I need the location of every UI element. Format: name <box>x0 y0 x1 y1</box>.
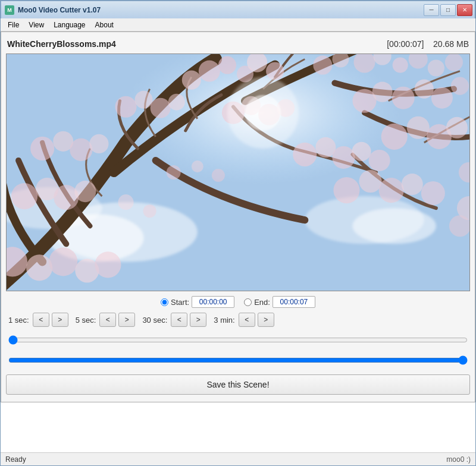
end-slider-row <box>6 352 470 369</box>
step-3min-back[interactable]: < <box>239 313 255 327</box>
svg-point-33 <box>332 146 355 169</box>
step-label-3min: 3 min: <box>214 316 234 325</box>
svg-point-34 <box>352 142 371 161</box>
start-label[interactable]: Start: <box>171 298 189 307</box>
svg-point-23 <box>392 87 415 109</box>
svg-point-63 <box>192 160 203 172</box>
duration-display: [00:00:07] <box>387 39 424 49</box>
title-bar-controls: ─ □ ✕ <box>424 4 472 16</box>
svg-point-62 <box>167 165 181 180</box>
step-30sec-back[interactable]: < <box>171 313 187 327</box>
svg-point-45 <box>115 96 136 118</box>
svg-point-26 <box>451 77 469 95</box>
svg-point-30 <box>446 117 468 138</box>
svg-point-7 <box>199 61 220 82</box>
title-bar-text: Moo0 Video Cutter v1.07 <box>18 6 101 14</box>
start-slider-row <box>6 332 470 348</box>
step-1sec-back[interactable]: < <box>33 313 49 327</box>
start-radio[interactable] <box>161 298 168 306</box>
step-label-5sec: 5 sec: <box>76 316 96 325</box>
step-group-5sec: < > <box>99 313 135 327</box>
maximize-button[interactable]: □ <box>440 4 456 16</box>
svg-point-71 <box>245 95 281 131</box>
end-radio[interactable] <box>244 298 252 306</box>
svg-point-40 <box>421 181 445 205</box>
step-group-30sec: < > <box>171 313 206 327</box>
file-info-bar: WhiteCherryBlossoms.mp4 [00:00:07] 20.68… <box>6 37 470 51</box>
startend-row: Start: 00:00:00 End: 00:00:07 <box>6 296 470 308</box>
step-5sec-back[interactable]: < <box>99 313 116 327</box>
svg-point-66 <box>143 204 156 218</box>
svg-point-25 <box>431 87 453 109</box>
title-bar-left: M Moo0 Video Cutter v1.07 <box>5 5 101 15</box>
video-content-svg <box>7 54 469 291</box>
svg-point-35 <box>369 150 390 171</box>
svg-point-24 <box>415 80 434 99</box>
svg-point-49 <box>30 137 54 160</box>
app-icon-letter: M <box>7 7 12 13</box>
status-brand: moo0 :) <box>446 455 471 464</box>
svg-point-59 <box>49 247 77 276</box>
controls-area: Start: 00:00:00 End: 00:00:07 1 sec: < > <box>6 291 470 397</box>
svg-point-64 <box>212 169 225 182</box>
svg-point-31 <box>293 143 317 166</box>
svg-point-39 <box>402 174 423 195</box>
status-text: Ready <box>5 455 26 464</box>
svg-point-46 <box>135 91 153 109</box>
content-area: WhiteCherryBlossoms.mp4 [00:00:07] 20.68… <box>1 32 475 402</box>
file-meta: [00:00:07] 20.68 MB <box>387 39 469 49</box>
menu-view[interactable]: View <box>24 20 49 30</box>
step-1sec-forward[interactable]: > <box>52 313 68 327</box>
step-30sec-forward[interactable]: > <box>190 313 206 327</box>
start-time-input[interactable]: 00:00:00 <box>192 296 234 308</box>
svg-point-48 <box>168 94 185 111</box>
svg-point-51 <box>70 138 92 161</box>
step-group-3min: < > <box>239 313 274 327</box>
svg-point-56 <box>74 181 96 202</box>
svg-point-47 <box>151 98 171 118</box>
minimize-button[interactable]: ─ <box>424 4 439 16</box>
svg-point-38 <box>379 178 404 203</box>
close-button[interactable]: ✕ <box>457 4 472 16</box>
start-slider[interactable] <box>8 335 468 345</box>
svg-point-13 <box>313 55 332 74</box>
end-radio-group: End: 00:00:07 <box>244 296 315 308</box>
status-bar: Ready moo0 :) <box>1 452 475 465</box>
svg-point-5 <box>352 208 436 244</box>
main-window: M Moo0 Video Cutter v1.07 ─ □ ✕ File Vie… <box>0 0 476 466</box>
file-name: WhiteCherryBlossoms.mp4 <box>7 39 116 49</box>
svg-point-28 <box>407 116 430 139</box>
video-frame[interactable] <box>6 53 470 291</box>
step-label-30sec: 30 sec: <box>142 316 167 325</box>
svg-point-9 <box>182 71 201 90</box>
svg-point-37 <box>359 170 382 193</box>
svg-point-58 <box>26 254 52 281</box>
app-icon: M <box>5 5 14 15</box>
svg-point-17 <box>393 58 408 73</box>
step-label-1sec: 1 sec: <box>8 316 29 325</box>
end-time-input[interactable]: 00:00:07 <box>273 296 315 308</box>
svg-point-53 <box>11 183 37 209</box>
title-bar: M Moo0 Video Cutter v1.07 ─ □ ✕ <box>1 1 475 18</box>
menu-about[interactable]: About <box>90 20 118 30</box>
menu-bar: File View Language About <box>1 18 475 32</box>
save-button[interactable]: Save this Scene! <box>6 374 470 395</box>
end-slider[interactable] <box>8 355 468 365</box>
svg-point-19 <box>428 60 444 77</box>
svg-point-27 <box>381 124 408 150</box>
file-size: 20.68 MB <box>433 39 469 49</box>
menu-file[interactable]: File <box>3 20 24 30</box>
step-group-1sec: < > <box>33 313 68 327</box>
svg-point-52 <box>89 134 108 153</box>
end-label[interactable]: End: <box>254 298 270 307</box>
svg-point-22 <box>372 82 393 102</box>
svg-point-12 <box>266 62 284 80</box>
svg-point-65 <box>118 194 133 210</box>
start-radio-group: Start: 00:00:00 <box>161 296 234 308</box>
step-5sec-forward[interactable]: > <box>118 313 135 327</box>
svg-point-61 <box>95 251 121 278</box>
svg-point-36 <box>333 177 359 203</box>
step-3min-forward[interactable]: > <box>258 313 274 327</box>
menu-language[interactable]: Language <box>49 20 90 30</box>
step-row: 1 sec: < > 5 sec: < > 30 sec: < > <box>6 313 470 327</box>
